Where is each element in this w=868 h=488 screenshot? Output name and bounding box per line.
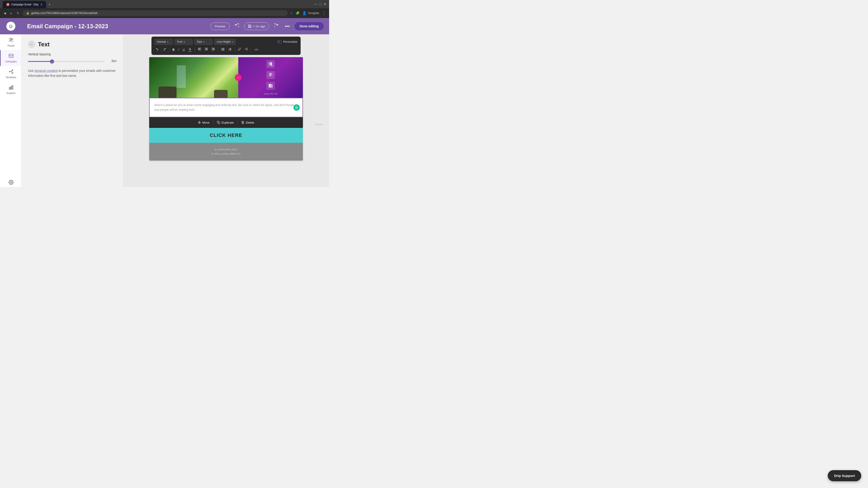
address-bar[interactable]: 🔒 getdrip.com/7641396/broadcasts/3186746…: [23, 10, 288, 16]
svg-rect-30: [229, 48, 231, 48]
svg-rect-21: [213, 49, 215, 49]
align-center-button[interactable]: [204, 47, 209, 52]
move-button[interactable]: Move: [194, 120, 213, 126]
back-nav-button[interactable]: ◀: [3, 10, 7, 16]
maximize-button[interactable]: □: [319, 2, 322, 6]
svg-rect-10: [278, 41, 279, 41]
align-right-button[interactable]: [210, 47, 216, 52]
location-text: Gyoja Taki Fall: [264, 93, 277, 95]
svg-point-23: [221, 48, 222, 49]
email-text-block[interactable]: Here's a place for you to enter some eng…: [149, 98, 303, 117]
back-button[interactable]: ←: [28, 41, 35, 48]
analytics-label: Analytics: [6, 92, 16, 94]
spacing-slider[interactable]: [28, 61, 105, 62]
svg-rect-26: [222, 49, 224, 50]
delete-button[interactable]: Delete: [238, 120, 258, 126]
svg-rect-13: [198, 48, 201, 48]
unordered-list-button[interactable]: [220, 47, 226, 52]
undo-header-icon[interactable]: [233, 22, 241, 31]
new-tab-button[interactable]: +: [46, 2, 52, 7]
grammarly-icon: G: [293, 104, 300, 111]
tab-favicon: ●: [6, 3, 9, 6]
close-button[interactable]: ✕: [323, 2, 327, 6]
unlink-button[interactable]: [243, 47, 249, 53]
style-dropdown[interactable]: Normal ▾: [155, 39, 173, 45]
panel-header: ← Text: [28, 41, 117, 48]
svg-point-9: [10, 182, 12, 183]
incognito-button[interactable]: 👤 Incognito: [302, 11, 319, 15]
more-options-button[interactable]: •••: [283, 22, 291, 30]
duplicate-button[interactable]: Duplicate: [213, 120, 237, 126]
app-logo: ☺: [0, 18, 22, 34]
svg-point-27: [221, 50, 222, 51]
line-height-dropdown-arrow: ▾: [232, 41, 233, 43]
sidebar-item-workflows[interactable]: Workflows: [0, 66, 22, 82]
campaigns-label: Campaigns: [5, 60, 17, 63]
cta-block: Click Here: [149, 128, 303, 143]
redo-header-icon[interactable]: [273, 22, 280, 31]
underline-button[interactable]: U: [181, 47, 186, 52]
analytics-icon: [8, 85, 13, 91]
spacing-slider-row: 6px: [28, 59, 117, 63]
svg-point-4: [12, 70, 13, 71]
link-button[interactable]: [237, 47, 242, 53]
action-bar: Move Duplicate Delete: [149, 117, 303, 128]
sidebar-item-people[interactable]: People: [0, 34, 22, 50]
tab-title: Campaign Email · Drip: [11, 3, 38, 6]
save-button[interactable]: < 1m ago: [244, 22, 269, 30]
people-label: People: [7, 44, 14, 47]
sidebar-item-settings[interactable]: Settings: [0, 177, 22, 187]
bookmark-icon[interactable]: ☆: [290, 11, 293, 15]
font-color-button[interactable]: A: [187, 46, 193, 53]
sidebar-item-campaigns[interactable]: Campaigns: [0, 50, 22, 66]
preview-button[interactable]: Preview: [211, 23, 229, 30]
minimize-button[interactable]: —: [314, 2, 318, 6]
forward-nav-button[interactable]: ▶: [9, 10, 13, 16]
toolbar-row-2: B I U A: [155, 46, 298, 53]
address-bar-row: ◀ ▶ ↻ 🔒 getdrip.com/7641396/broadcasts/3…: [0, 8, 329, 18]
extensions-icon[interactable]: 🧩: [296, 11, 300, 15]
left-panel: ← Text Vertical Spacing 6px Use dynamic …: [22, 34, 123, 187]
svg-rect-32: [229, 50, 231, 51]
done-editing-button[interactable]: Done editing: [294, 22, 324, 30]
personalize-button[interactable]: Personalize: [277, 40, 298, 43]
toolbar-row-1: Normal ▾ Font ▾ Size ▾ Line Height: [155, 39, 298, 45]
app-nav: ☺ People Campaigns Workflows: [0, 18, 22, 187]
spacing-slider-container: [28, 59, 105, 63]
svg-rect-11: [278, 42, 280, 42]
svg-point-1: [11, 39, 13, 40]
undo-button[interactable]: [155, 47, 160, 53]
more-options-icon[interactable]: ⋮: [322, 10, 327, 16]
campaigns-icon: [8, 53, 13, 59]
svg-rect-6: [9, 88, 10, 89]
svg-rect-14: [198, 49, 200, 49]
sidebar-item-analytics[interactable]: Analytics: [0, 82, 22, 98]
size-dropdown[interactable]: Size ▾: [194, 39, 213, 45]
refresh-button[interactable]: ↻: [16, 10, 20, 16]
dynamic-content-link[interactable]: dynamic content: [35, 69, 58, 72]
svg-rect-15: [198, 50, 201, 50]
formatting-toolbar: Normal ▾ Font ▾ Size ▾ Line Height: [151, 37, 301, 55]
kanji-block-2: 不: [266, 71, 275, 79]
svg-point-5: [12, 73, 13, 74]
redo-button[interactable]: [161, 47, 167, 53]
tab-close-icon[interactable]: ✕: [40, 3, 42, 6]
svg-rect-19: [205, 50, 208, 50]
email-footer: {{ unsubscribe_link }} {{ inline_postal_…: [149, 143, 303, 161]
active-tab[interactable]: ● Campaign Email · Drip ✕: [3, 1, 46, 8]
align-left-button[interactable]: [197, 47, 203, 52]
size-dropdown-arrow: ▾: [204, 41, 205, 43]
italic-button[interactable]: I: [177, 47, 180, 52]
bold-button[interactable]: B: [171, 47, 176, 52]
font-dropdown[interactable]: Font ▾: [175, 39, 193, 45]
slider-value: 6px: [109, 59, 117, 63]
svg-rect-2: [9, 54, 13, 58]
ordered-list-button[interactable]: 1.: [227, 47, 232, 52]
code-button[interactable]: </>: [253, 47, 259, 52]
kanji-block-1: 滝: [266, 60, 275, 68]
svg-rect-20: [212, 48, 215, 48]
kanji-block-3: 動: [266, 82, 275, 90]
postal-text: {{ inline_postal_address }}: [154, 152, 298, 156]
line-height-dropdown[interactable]: Line Height ▾: [214, 39, 236, 45]
font-dropdown-arrow: ▾: [184, 41, 185, 43]
